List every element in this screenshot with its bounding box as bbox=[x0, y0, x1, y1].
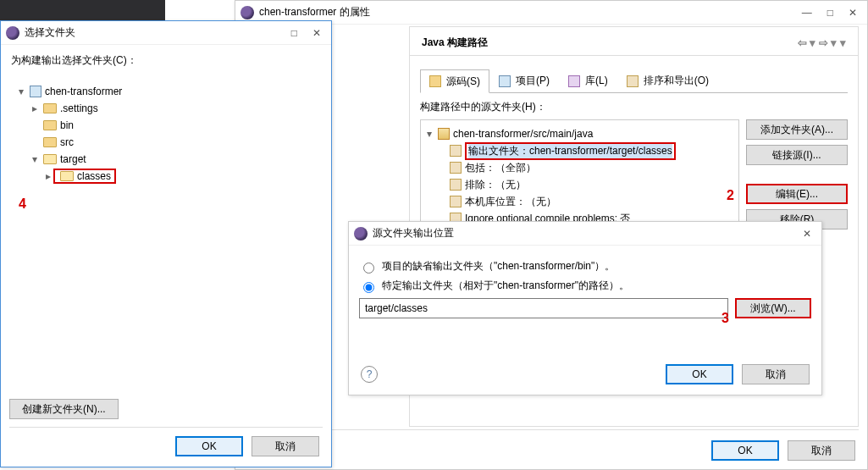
src-node-main-label: chen-transformer/src/main/java bbox=[453, 128, 593, 140]
projects-icon bbox=[499, 75, 511, 87]
output-folder-row[interactable]: 输出文件夹：chen-transformer/target/classes bbox=[450, 142, 735, 159]
maximize-icon[interactable]: □ bbox=[291, 27, 297, 39]
radio-default-label: 项目的缺省输出文件夹（"chen-transformer/bin"）。 bbox=[382, 259, 615, 274]
annotation-4: 4 bbox=[19, 196, 26, 212]
window-buttons: □ ✕ bbox=[291, 27, 326, 39]
source-icon bbox=[429, 75, 441, 87]
tab-order-label: 排序和导出(O) bbox=[644, 74, 709, 88]
output-dialog-title: 源文件夹输出位置 bbox=[373, 226, 803, 241]
output-dialog-footer: OK 取消 bbox=[666, 364, 810, 384]
libraries-icon bbox=[568, 75, 580, 87]
properties-cancel-button[interactable]: 取消 bbox=[788, 440, 855, 461]
eclipse-icon bbox=[6, 26, 19, 40]
output-icon bbox=[450, 145, 462, 157]
expand-icon[interactable] bbox=[30, 102, 40, 114]
new-folder-wrap: 创建新文件夹(N)... bbox=[9, 399, 119, 419]
select-folder-footer: OK 取消 bbox=[175, 436, 319, 456]
output-path-row: 浏览(W)... bbox=[359, 298, 811, 318]
annotation-3: 3 bbox=[721, 311, 729, 326]
eclipse-icon bbox=[240, 6, 254, 19]
close-icon[interactable]: ✕ bbox=[312, 27, 321, 39]
output-folder-highlight: 输出文件夹：chen-transformer/target/classes bbox=[465, 142, 676, 160]
link-source-button[interactable]: 链接源(I)... bbox=[746, 145, 848, 165]
help-icon[interactable]: ? bbox=[361, 366, 378, 383]
tab-source[interactable]: 源码(S) bbox=[420, 69, 489, 93]
radio-specific[interactable]: 特定输出文件夹（相对于"chen-transformer"的路径）。 bbox=[359, 279, 811, 293]
tab-libraries[interactable]: 库(L) bbox=[559, 69, 617, 92]
close-icon[interactable]: ✕ bbox=[803, 228, 811, 240]
editor-dark-background bbox=[0, 0, 165, 20]
native-icon bbox=[450, 196, 462, 207]
radio-specific-label: 特定输出文件夹（相对于"chen-transformer"的路径）。 bbox=[382, 279, 629, 293]
select-folder-cancel-button[interactable]: 取消 bbox=[252, 436, 319, 456]
output-ok-button[interactable]: OK bbox=[666, 364, 733, 384]
tree-root[interactable]: chen-transformer bbox=[16, 83, 321, 100]
window-buttons: — □ ✕ bbox=[802, 7, 862, 19]
add-folder-button[interactable]: 添加文件夹(A)... bbox=[746, 119, 848, 140]
select-folder-prompt: 为构建输出选择文件夹(C)： bbox=[11, 53, 321, 68]
tree-root-label: chen-transformer bbox=[45, 86, 122, 97]
build-path-tabs: 源码(S) 项目(P) 库(L) 排序和导出(O) bbox=[420, 69, 848, 93]
radio-specific-input[interactable] bbox=[363, 282, 374, 293]
eclipse-icon bbox=[354, 227, 368, 241]
browse-button[interactable]: 浏览(W)... bbox=[735, 298, 811, 318]
folder-icon bbox=[43, 137, 57, 147]
maximize-icon[interactable]: □ bbox=[827, 7, 833, 19]
output-path-input[interactable] bbox=[359, 298, 728, 318]
include-row[interactable]: 包括：（全部） bbox=[450, 159, 735, 176]
classes-highlight: classes bbox=[53, 169, 116, 184]
annotation-2: 2 bbox=[727, 188, 734, 203]
expand-icon[interactable] bbox=[424, 128, 434, 140]
minimize-icon[interactable]: — bbox=[802, 7, 812, 19]
new-folder-button[interactable]: 创建新文件夹(N)... bbox=[9, 399, 119, 419]
edit-button[interactable]: 编辑(E)... bbox=[746, 184, 848, 204]
build-path-header: Java 构建路径 ⇦ ▾ ⇨ ▾ ▾ bbox=[410, 27, 858, 56]
output-folder-text: 输出文件夹：chen-transformer/target/classes bbox=[468, 144, 672, 158]
output-dialog-titlebar[interactable]: 源文件夹输出位置 ✕ bbox=[349, 222, 821, 246]
tab-order[interactable]: 排序和导出(O) bbox=[617, 69, 718, 92]
radio-default[interactable]: 项目的缺省输出文件夹（"chen-transformer/bin"）。 bbox=[359, 259, 811, 274]
package-icon bbox=[438, 128, 450, 140]
order-icon bbox=[627, 75, 639, 87]
tree-item[interactable]: .settings bbox=[30, 100, 321, 117]
expand-icon[interactable] bbox=[16, 86, 26, 97]
folder-tree[interactable]: chen-transformer .settings bin src targe… bbox=[16, 80, 321, 188]
folder-open-icon bbox=[60, 171, 74, 181]
nav-icons[interactable]: ⇦ ▾ ⇨ ▾ ▾ bbox=[798, 36, 846, 49]
tree-classes[interactable]: classes bbox=[43, 168, 321, 185]
close-icon[interactable]: ✕ bbox=[849, 7, 857, 19]
select-folder-title: 选择文件夹 bbox=[25, 25, 291, 40]
select-folder-ok-button[interactable]: OK bbox=[175, 436, 243, 456]
expand-icon[interactable] bbox=[30, 153, 40, 165]
output-cancel-button[interactable]: 取消 bbox=[742, 364, 810, 384]
exclude-row[interactable]: 排除：（无） bbox=[450, 176, 735, 193]
properties-ok-button[interactable]: OK bbox=[711, 440, 779, 461]
select-folder-body: 为构建输出选择文件夹(C)： chen-transformer .setting… bbox=[1, 45, 331, 196]
help-wrap: ? bbox=[361, 366, 378, 383]
native-row[interactable]: 本机库位置：（无） bbox=[450, 193, 735, 210]
src-node-main[interactable]: chen-transformer/src/main/java bbox=[424, 125, 735, 142]
tree-item[interactable]: bin bbox=[30, 117, 321, 134]
src-label: 构建路径中的源文件夹(H)： bbox=[420, 100, 848, 114]
output-dialog: 源文件夹输出位置 ✕ 项目的缺省输出文件夹（"chen-transformer/… bbox=[348, 221, 822, 395]
folder-icon bbox=[43, 120, 57, 130]
tab-source-label: 源码(S) bbox=[446, 75, 480, 89]
select-folder-window: 选择文件夹 □ ✕ 为构建输出选择文件夹(C)： chen-transforme… bbox=[0, 20, 332, 467]
properties-footer: OK 取消 bbox=[711, 440, 855, 461]
header-text: Java 构建路径 bbox=[422, 36, 488, 50]
expand-icon[interactable] bbox=[43, 170, 53, 182]
tree-item[interactable]: src bbox=[30, 134, 321, 151]
radio-default-input[interactable] bbox=[363, 263, 374, 274]
exclude-icon bbox=[450, 179, 462, 191]
tab-projects[interactable]: 项目(P) bbox=[489, 69, 559, 92]
output-dialog-body: 项目的缺省输出文件夹（"chen-transformer/bin"）。 特定输出… bbox=[349, 246, 821, 327]
properties-title: chen-transformer 的属性 bbox=[259, 5, 802, 19]
tree-classes-label: classes bbox=[77, 170, 111, 182]
tab-projects-label: 项目(P) bbox=[516, 74, 550, 88]
tree-target[interactable]: target bbox=[30, 151, 321, 168]
project-icon bbox=[30, 86, 41, 97]
tab-libraries-label: 库(L) bbox=[585, 74, 608, 88]
window-buttons: ✕ bbox=[803, 228, 816, 240]
select-folder-titlebar[interactable]: 选择文件夹 □ ✕ bbox=[1, 21, 331, 45]
folder-icon bbox=[43, 103, 57, 113]
